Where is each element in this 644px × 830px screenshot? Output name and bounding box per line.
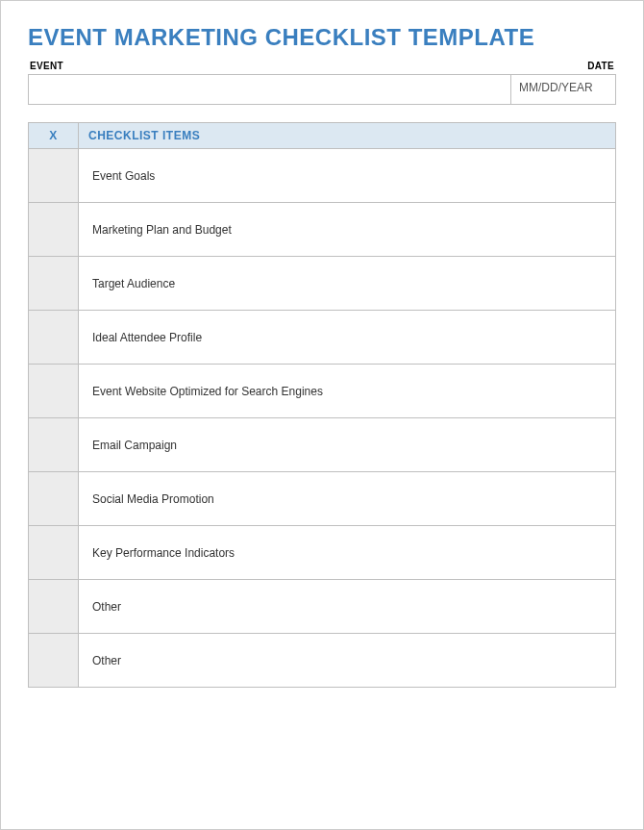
x-header: X xyxy=(29,123,79,149)
item-cell[interactable]: Marketing Plan and Budget xyxy=(79,203,616,257)
item-cell[interactable]: Target Audience xyxy=(79,257,616,311)
table-row: Key Performance Indicators xyxy=(29,526,616,580)
page-title: EVENT MARKETING CHECKLIST TEMPLATE xyxy=(28,24,616,51)
checkbox-cell[interactable] xyxy=(29,472,79,526)
page-container: EVENT MARKETING CHECKLIST TEMPLATE EVENT… xyxy=(0,0,644,830)
checkbox-cell[interactable] xyxy=(29,149,79,203)
event-label: EVENT xyxy=(28,61,510,74)
table-row: Social Media Promotion xyxy=(29,472,616,526)
table-row: Event Website Optimized for Search Engin… xyxy=(29,365,616,418)
item-cell[interactable]: Event Goals xyxy=(79,149,616,203)
checklist-table: X CHECKLIST ITEMS Event Goals Marketing … xyxy=(28,122,616,688)
checkbox-cell[interactable] xyxy=(29,418,79,472)
checkbox-cell[interactable] xyxy=(29,311,79,365)
checkbox-cell[interactable] xyxy=(29,580,79,634)
event-field-group: EVENT xyxy=(28,61,510,105)
item-cell[interactable]: Email Campaign xyxy=(79,418,616,472)
table-row: Email Campaign xyxy=(29,418,616,472)
table-row: Ideal Attendee Profile xyxy=(29,311,616,365)
date-field-group: DATE MM/DD/YEAR xyxy=(510,61,616,105)
item-cell[interactable]: Ideal Attendee Profile xyxy=(79,311,616,365)
item-cell[interactable]: Event Website Optimized for Search Engin… xyxy=(79,365,616,418)
checkbox-cell[interactable] xyxy=(29,634,79,688)
checkbox-cell[interactable] xyxy=(29,365,79,418)
table-row: Other xyxy=(29,580,616,634)
header-row: EVENT DATE MM/DD/YEAR xyxy=(28,61,616,105)
event-input[interactable] xyxy=(28,74,510,105)
table-row: Event Goals xyxy=(29,149,616,203)
checkbox-cell[interactable] xyxy=(29,257,79,311)
items-header: CHECKLIST ITEMS xyxy=(79,123,616,149)
table-row: Other xyxy=(29,634,616,688)
date-input[interactable]: MM/DD/YEAR xyxy=(510,74,616,105)
item-cell[interactable]: Key Performance Indicators xyxy=(79,526,616,580)
item-cell[interactable]: Social Media Promotion xyxy=(79,472,616,526)
item-cell[interactable]: Other xyxy=(79,634,616,688)
table-row: Target Audience xyxy=(29,257,616,311)
table-header-row: X CHECKLIST ITEMS xyxy=(29,123,616,149)
date-label: DATE xyxy=(510,61,616,74)
checkbox-cell[interactable] xyxy=(29,526,79,580)
item-cell[interactable]: Other xyxy=(79,580,616,634)
table-row: Marketing Plan and Budget xyxy=(29,203,616,257)
checkbox-cell[interactable] xyxy=(29,203,79,257)
